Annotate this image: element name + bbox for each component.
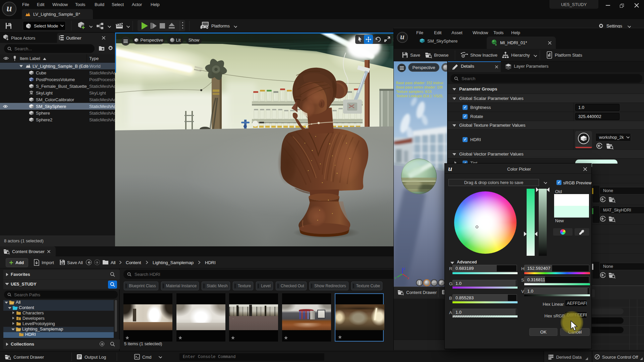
svg-text:Y: Y [394, 277, 396, 280]
svg-text:x: x [495, 43, 497, 46]
svg-text:X: X [407, 277, 409, 280]
svg-text:Z: Z [404, 267, 406, 270]
